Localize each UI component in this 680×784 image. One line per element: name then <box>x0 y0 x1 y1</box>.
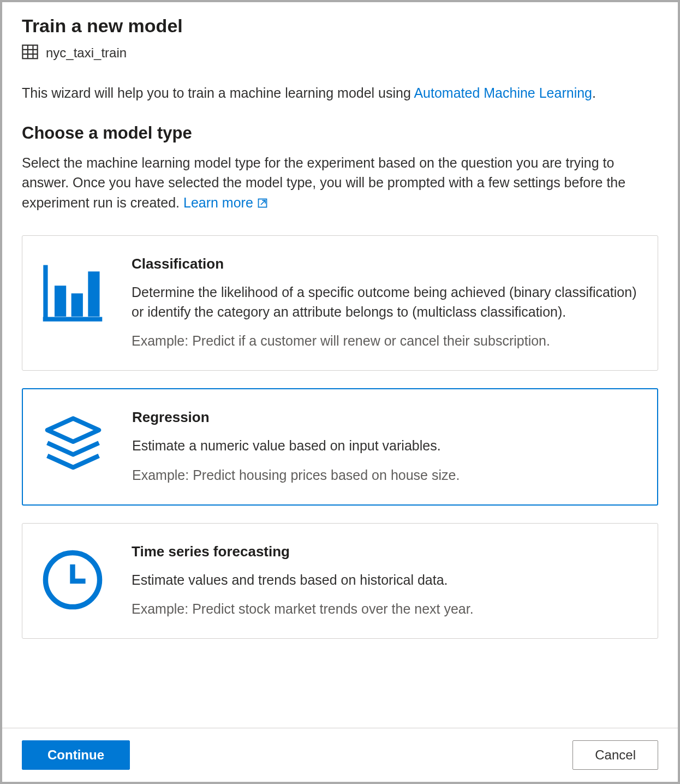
automl-link[interactable]: Automated Machine Learning <box>414 85 592 100</box>
svg-rect-0 <box>22 45 37 59</box>
page-title: Train a new model <box>22 15 658 37</box>
card-desc: Estimate values and trends based on hist… <box>132 570 638 590</box>
section-title: Choose a model type <box>22 123 658 143</box>
svg-rect-8 <box>55 286 66 317</box>
card-title: Time series forecasting <box>132 543 638 560</box>
footer: Continue Cancel <box>2 728 678 782</box>
intro-suffix: . <box>592 85 596 100</box>
svg-rect-10 <box>88 271 99 317</box>
section-desc-text: Select the machine learning model type f… <box>22 155 625 210</box>
card-example: Example: Predict housing prices based on… <box>132 466 637 485</box>
clock-icon <box>40 543 105 619</box>
card-example: Example: Predict if a customer will rene… <box>132 331 638 351</box>
card-example: Example: Predict stock market trends ove… <box>132 599 638 619</box>
svg-rect-9 <box>71 293 83 316</box>
card-classification[interactable]: Classification Determine the likelihood … <box>22 235 658 371</box>
card-regression[interactable]: Regression Estimate a numeric value base… <box>22 388 658 505</box>
card-timeseries[interactable]: Time series forecasting Estimate values … <box>22 523 658 639</box>
svg-marker-11 <box>47 419 99 442</box>
card-title: Regression <box>132 409 637 426</box>
card-desc: Estimate a numeric value based on input … <box>132 436 637 455</box>
dataset-row: nyc_taxi_train <box>22 44 658 62</box>
card-desc: Determine the likelihood of a specific o… <box>132 282 638 322</box>
model-type-cards: Classification Determine the likelihood … <box>22 235 658 639</box>
intro-prefix: This wizard will help you to train a mac… <box>22 85 414 100</box>
card-title: Classification <box>132 256 638 272</box>
cancel-button[interactable]: Cancel <box>572 740 658 770</box>
layers-icon <box>40 409 106 484</box>
learn-more-link[interactable]: Learn more <box>183 195 268 210</box>
dataset-name: nyc_taxi_train <box>46 45 127 61</box>
section-desc: Select the machine learning model type f… <box>22 153 658 213</box>
external-link-icon <box>257 194 268 213</box>
bar-chart-icon <box>40 256 105 351</box>
continue-button[interactable]: Continue <box>22 740 130 770</box>
table-icon <box>22 44 38 62</box>
intro-text: This wizard will help you to train a mac… <box>22 84 658 103</box>
